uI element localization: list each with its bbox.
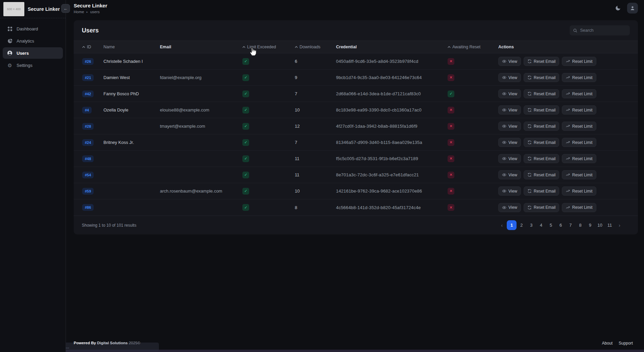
sidebar-item-dashboard[interactable]: Dashboard [3,23,63,34]
view-button[interactable]: View [498,105,521,115]
reset-email-button[interactable]: Reset Email [524,57,559,66]
sidebar-item-analytics[interactable]: Analytics [3,35,63,47]
dashboard-icon [7,26,13,32]
row-downloads: 7 [295,91,336,96]
company-link[interactable]: Digital Solutions [97,341,128,345]
view-button[interactable]: View [498,170,521,179]
sidebar-item-label: Users [17,51,29,56]
row-actions: View Reset Email Reset Limit [498,89,638,98]
view-button[interactable]: View [498,203,521,212]
user-avatar-button[interactable] [627,3,638,14]
reset-email-button[interactable]: Reset Email [524,154,559,163]
limit-exceeded-badge: ✓ [242,91,249,97]
refresh-icon [527,189,532,193]
row-downloads: 9 [295,75,336,80]
card-header: Users [74,20,638,41]
reset-limit-button[interactable]: Reset Limit [562,122,596,131]
column-header-limit-exceeded[interactable]: Limit Exceeded [242,45,295,49]
sidebar-collapse-button[interactable]: ← [61,4,70,13]
view-button[interactable]: View [498,122,521,131]
reset-email-button[interactable]: Reset Email [524,170,559,179]
reset-limit-button[interactable]: Reset Limit [562,186,596,196]
view-button[interactable]: View [498,154,521,163]
pagination-page-8[interactable]: 8 [575,220,585,230]
column-header-downloads[interactable]: Downloads [295,45,336,49]
limit-exceeded-badge: ✓ [242,107,249,114]
card-title: Users [82,27,99,34]
pagination: ‹1234567891011› [497,220,630,230]
table-row: #54 ✓ 11 8e701a3c-72dc-3c6f-a325-e7e61df… [74,167,638,183]
row-actions: View Reset Email Reset Limit [498,203,638,212]
pagination-page-7[interactable]: 7 [566,220,575,230]
pagination-page-6[interactable]: 6 [556,220,566,230]
row-actions: View Reset Email Reset Limit [498,138,638,147]
pagination-next-button[interactable]: › [615,220,624,230]
search-input[interactable] [580,28,624,33]
footer-link-support[interactable]: Support [619,341,633,346]
sidebar-item-users[interactable]: Users [3,47,63,59]
eye-icon [502,156,506,161]
view-button[interactable]: View [498,57,521,66]
pagination-page-10[interactable]: 10 [595,220,605,230]
sort-asc-icon [295,46,298,49]
column-header-actions: Actions [498,45,638,49]
refresh-icon [527,156,532,161]
pagination-prev-button[interactable]: ‹ [497,220,507,230]
reset-email-button[interactable]: Reset Email [524,105,559,115]
pagination-page-9[interactable]: 9 [585,220,595,230]
pagination-page-2[interactable]: 2 [517,220,526,230]
column-header-name: Name [103,45,160,49]
pagination-page-1[interactable]: 1 [507,220,517,230]
page-footer: Powered By Digital Solutions 2025© About… [0,340,644,350]
reset-limit-button[interactable]: Reset Limit [562,73,596,82]
reset-limit-button[interactable]: Reset Limit [562,203,596,212]
view-button[interactable]: View [498,186,521,196]
view-button[interactable]: View [498,138,521,147]
reset-limit-button[interactable]: Reset Limit [562,105,596,115]
view-button[interactable]: View [498,89,521,98]
reset-email-button[interactable]: Reset Email [524,138,559,147]
reset-limit-button[interactable]: Reset Limit [562,89,596,98]
row-credential: 8e701a3c-72dc-3c6f-a325-e7e61dfacc21 [336,172,448,177]
sidebar-item-settings[interactable]: ⚙ Settings [3,59,63,71]
reset-limit-button[interactable]: Reset Limit [562,57,596,66]
row-credential: 9bcb1d74-9c35-3aa0-8e03-641246e73c64 [336,75,448,80]
reset-email-button[interactable]: Reset Email [524,203,559,212]
row-actions: View Reset Email Reset Limit [498,122,638,131]
search-box [570,25,630,35]
limit-exceeded-badge: ✓ [242,155,249,162]
moon-icon [615,5,621,11]
trending-up-icon [566,108,570,112]
footer-link-about[interactable]: About [602,341,613,346]
row-downloads: 11 [295,172,336,177]
row-email: fdaniel@example.org [160,75,242,80]
reset-email-button[interactable]: Reset Email [524,186,559,196]
results-summary: Showing 1 to 10 of 101 results [82,223,136,228]
view-button[interactable]: View [498,73,521,82]
reset-limit-button[interactable]: Reset Limit [562,138,596,147]
column-header-id[interactable]: ID [82,45,103,49]
reset-email-button[interactable]: Reset Email [524,73,559,82]
breadcrumb-home-link[interactable]: Home [74,10,84,14]
reset-email-button[interactable]: Reset Email [524,122,559,131]
eye-icon [502,189,506,193]
pagination-page-4[interactable]: 4 [536,220,546,230]
row-downloads: 8 [295,205,336,210]
reset-limit-button[interactable]: Reset Limit [562,154,596,163]
reset-limit-button[interactable]: Reset Limit [562,170,596,179]
trending-up-icon [566,205,570,210]
awaiting-reset-badge: ✕ [448,58,454,65]
eye-icon [502,59,506,64]
eye-icon [502,92,506,96]
row-name: Damien West [103,75,160,80]
sort-asc-icon [242,46,245,49]
reset-email-button[interactable]: Reset Email [524,89,559,98]
pagination-page-3[interactable]: 3 [526,220,536,230]
footer-links: About Support [602,341,633,346]
column-header-awaiting-reset[interactable]: Awaiting Reset [448,45,498,49]
dark-mode-toggle[interactable] [613,3,623,13]
pagination-page-11[interactable]: 11 [605,220,615,230]
pagination-page-5[interactable]: 5 [546,220,556,230]
sidebar: 600 × 400 Secure Linker ← Dashboard [0,0,66,352]
user-icon [630,5,635,11]
